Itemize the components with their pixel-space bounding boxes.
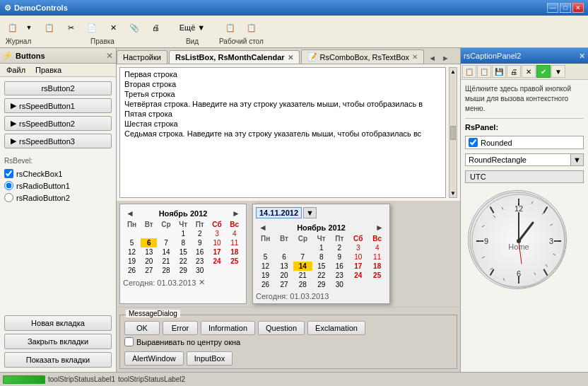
popup-cal-day[interactable]: 27: [275, 280, 293, 289]
cal-day[interactable]: 4: [226, 229, 243, 238]
date-input-field[interactable]: 14.11.2012: [256, 207, 302, 218]
cal-day[interactable]: [157, 229, 175, 238]
radio2-row[interactable]: rsRadioButton2: [4, 192, 112, 204]
list-item[interactable]: Шестая строка: [122, 119, 444, 129]
cal-day[interactable]: [226, 266, 243, 275]
date-dropdown-btn[interactable]: ▼: [303, 207, 317, 218]
cal-day[interactable]: 28: [157, 266, 175, 275]
tab-nav-left[interactable]: ◄: [425, 52, 439, 64]
roundrectangle-dropdown[interactable]: RoundRectangle ▼: [465, 153, 584, 166]
exclamation-button[interactable]: Exclamation: [307, 321, 365, 335]
popup-cal-day[interactable]: 28: [293, 280, 312, 289]
popup-cal-day[interactable]: [368, 280, 387, 289]
popup-cal-day[interactable]: 21: [293, 271, 312, 280]
cal-day[interactable]: 20: [141, 257, 157, 266]
cal-day[interactable]: [123, 229, 141, 238]
listbox[interactable]: Первая строка Вторая строка Третья строк…: [119, 67, 446, 198]
minimize-button[interactable]: —: [547, 3, 558, 13]
cal-day[interactable]: [208, 266, 225, 275]
edit-attach-btn[interactable]: 📎: [124, 18, 144, 37]
error-button[interactable]: Error: [163, 321, 198, 335]
cal-day[interactable]: 9: [192, 238, 208, 247]
right-panel-close[interactable]: ✕: [579, 52, 585, 61]
cal-day[interactable]: 11: [226, 238, 243, 247]
cal-day[interactable]: 27: [141, 266, 157, 275]
cal-day[interactable]: 21: [157, 257, 175, 266]
edit-copy-btn[interactable]: 📄: [82, 18, 102, 37]
popup-cal-day[interactable]: 5: [256, 252, 275, 262]
tab-listbox-close[interactable]: ✕: [288, 54, 293, 62]
popup-cal-day[interactable]: 17: [348, 262, 368, 271]
tab-settings[interactable]: Настройки: [117, 50, 167, 64]
popup-cal-day[interactable]: 3: [348, 243, 368, 252]
cal-day[interactable]: 8: [175, 238, 192, 247]
popup-cal-day[interactable]: 24: [348, 271, 368, 280]
cal-day[interactable]: 25: [226, 257, 243, 266]
desktop-btn2[interactable]: 📋: [242, 18, 261, 37]
cal-day[interactable]: 2: [192, 229, 208, 238]
edit-cut-btn[interactable]: ✂: [61, 18, 81, 37]
list-item[interactable]: Четвёртая строка. Наведите на эту строку…: [122, 99, 444, 109]
cal-day[interactable]: 23: [192, 257, 208, 266]
ok-button[interactable]: OK: [124, 321, 160, 335]
edit-print-btn[interactable]: 🖨: [146, 18, 165, 37]
cal-day-selected[interactable]: 6: [141, 238, 157, 247]
cal-day[interactable]: 19: [123, 257, 141, 266]
popup-cal-day[interactable]: [293, 243, 312, 252]
cal-day[interactable]: 16: [192, 247, 208, 257]
rs-button2[interactable]: rsButton2: [4, 81, 112, 95]
show-tabs-button[interactable]: Показать вкладки: [4, 352, 112, 368]
checkbox1-row[interactable]: rsCheckBox1: [4, 168, 112, 180]
popup-cal-day[interactable]: 22: [312, 271, 330, 280]
popup-cal-day[interactable]: 7: [293, 252, 312, 262]
desktop-btn1[interactable]: 📋: [220, 18, 240, 37]
cal-day[interactable]: 1: [175, 229, 192, 238]
popup-cal-day[interactable]: [256, 243, 275, 252]
alert-window-button[interactable]: AlertWindow: [124, 351, 184, 365]
cal-day[interactable]: 10: [208, 238, 225, 247]
tab-nav-right[interactable]: ►: [439, 52, 452, 64]
journal-button[interactable]: 📋: [3, 18, 23, 37]
rs-speed-button1[interactable]: ▶ rsSpeedButton1: [4, 98, 112, 113]
rs-tb-save[interactable]: 💾: [492, 65, 506, 78]
popup-cal-day[interactable]: [348, 280, 368, 289]
popup-cal-day[interactable]: 19: [256, 271, 275, 280]
popup-cal-day[interactable]: 12: [256, 262, 275, 271]
cal-day[interactable]: 7: [157, 238, 175, 247]
popup-cal-day-selected[interactable]: 14: [293, 262, 312, 271]
list-item[interactable]: Третья строка: [122, 89, 444, 99]
rs-radio2-input[interactable]: [4, 193, 13, 202]
popup-cal-day[interactable]: 8: [312, 252, 330, 262]
rs-speed-button2[interactable]: ▶ rsSpeedButton2: [4, 116, 112, 131]
cal-day[interactable]: 13: [141, 247, 157, 257]
rs-tb-dropdown[interactable]: ▼: [551, 65, 565, 78]
cal-day[interactable]: 17: [208, 247, 225, 257]
menu-edit[interactable]: Правка: [33, 65, 64, 75]
cal-day[interactable]: 29: [175, 266, 192, 275]
cal-day[interactable]: 26: [123, 266, 141, 275]
popup-cal-prev[interactable]: ◄: [256, 223, 270, 233]
popup-cal-day[interactable]: 15: [312, 262, 330, 271]
cal-day[interactable]: 24: [208, 257, 225, 266]
cal-day[interactable]: 14: [157, 247, 175, 257]
rs-speed-button3[interactable]: ▶ rsSpeedButton3: [4, 134, 112, 148]
cal-day[interactable]: 18: [226, 247, 243, 257]
rs-tb-print[interactable]: 🖨: [507, 65, 521, 78]
popup-cal-next[interactable]: ►: [372, 223, 387, 233]
rs-radio1-input[interactable]: [4, 181, 13, 190]
popup-cal-day[interactable]: 26: [256, 280, 275, 289]
popup-cal-day[interactable]: 10: [348, 252, 368, 262]
rounded-checkbox[interactable]: [469, 138, 478, 147]
tab-listbox-calendar[interactable]: RsListBox, RsMonthCalendar ✕: [169, 50, 300, 64]
popup-cal-day[interactable]: 6: [275, 252, 293, 262]
dropdown-arrow[interactable]: ▼: [570, 154, 583, 165]
edit-paste-btn[interactable]: 📋: [40, 18, 59, 37]
cal-prev[interactable]: ◄: [123, 209, 137, 218]
popup-cal-day[interactable]: 20: [275, 271, 293, 280]
cal-clear[interactable]: ✕: [199, 278, 205, 287]
cal-day[interactable]: 12: [123, 247, 141, 257]
information-button[interactable]: Information: [201, 321, 255, 335]
popup-cal-day[interactable]: 18: [368, 262, 387, 271]
rounded-checkbox-row[interactable]: Rounded: [465, 136, 584, 149]
cal-day[interactable]: 5: [123, 238, 141, 247]
